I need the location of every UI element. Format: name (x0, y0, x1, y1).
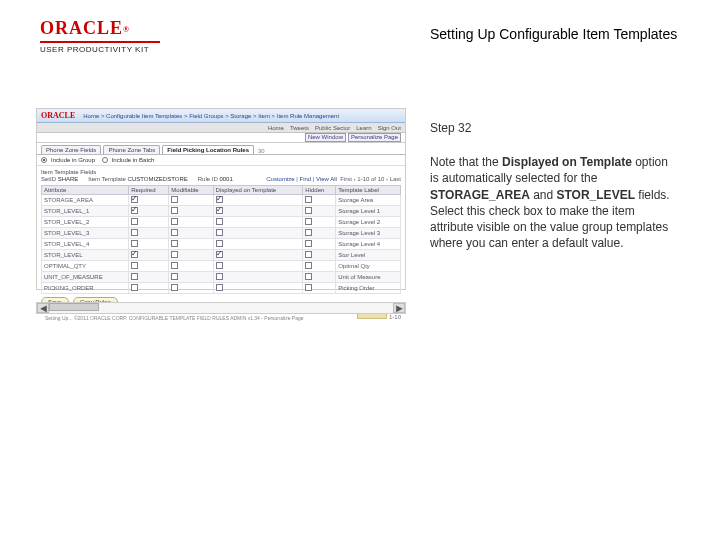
cell-attribute: STOR_LEVEL (42, 250, 129, 261)
cell-required-checkbox[interactable] (131, 262, 138, 269)
nav-signout[interactable]: Sign Out (378, 125, 401, 131)
cell-template-label: Storage Level 4 (336, 239, 401, 250)
radio-include-batch[interactable] (102, 157, 108, 163)
cell-modifiable-checkbox[interactable] (171, 273, 178, 280)
cell-template-label: Storage Level 2 (336, 217, 401, 228)
cell-required (129, 239, 169, 250)
app-screenshot: ORACLE Home > Configurable Item Template… (36, 108, 406, 290)
cell-modifiable-checkbox[interactable] (171, 284, 178, 291)
footer-tiny-text: Setting Up... ©2011 ORACLE CORP. CONFIGU… (41, 313, 308, 323)
cell-required-checkbox[interactable] (131, 218, 138, 225)
cell-modifiable-checkbox[interactable] (171, 196, 178, 203)
cell-hidden-checkbox[interactable] (305, 262, 312, 269)
table-row: STOR_LEVEL_4Storage Level 4 (42, 239, 401, 250)
link-customize[interactable]: Customize (266, 176, 294, 182)
tab-field-picking-rules[interactable]: Field Picking Location Rules (162, 145, 254, 154)
cell-required-checkbox[interactable] (131, 284, 138, 291)
cell-required-checkbox[interactable] (131, 207, 138, 214)
scroll-track[interactable] (49, 303, 393, 313)
cell-modifiable (169, 272, 213, 283)
cell-required-checkbox[interactable] (131, 196, 138, 203)
cell-required-checkbox[interactable] (131, 251, 138, 258)
radio-include-group[interactable] (41, 157, 47, 163)
cell-modifiable (169, 250, 213, 261)
cell-required-checkbox[interactable] (131, 240, 138, 247)
tab-phone-zone-fields[interactable]: Phone Zone Fields (41, 145, 101, 154)
scroll-left-icon[interactable]: ◄ (37, 303, 49, 313)
link-new-window[interactable]: New Window (305, 133, 346, 142)
cell-displayed-checkbox[interactable] (216, 240, 223, 247)
cell-modifiable-checkbox[interactable] (171, 240, 178, 247)
cell-modifiable-checkbox[interactable] (171, 218, 178, 225)
cell-template-label: Storage Area (336, 195, 401, 206)
cell-displayed-checkbox[interactable] (216, 262, 223, 269)
lbl-rule-id: Rule ID (198, 176, 218, 182)
nav-learn[interactable]: Learn (356, 125, 371, 131)
link-find[interactable]: Find (299, 176, 311, 182)
app-header: ORACLE Home > Configurable Item Template… (37, 109, 405, 123)
cell-required-checkbox[interactable] (131, 273, 138, 280)
val-setid: SHARE (58, 176, 79, 182)
col-template-label[interactable]: Template Label (336, 186, 401, 195)
oracle-logo: ORACLE® (40, 18, 160, 39)
cell-hidden-checkbox[interactable] (305, 273, 312, 280)
table-row: STOR_LEVEL_2Storage Level 2 (42, 217, 401, 228)
link-view-all[interactable]: View All (316, 176, 337, 182)
cell-template-label: Optimal Qty (336, 261, 401, 272)
breadcrumb[interactable]: Home > Configurable Item Templates > Fie… (83, 113, 339, 119)
cell-required (129, 272, 169, 283)
cell-hidden-checkbox[interactable] (305, 229, 312, 236)
cell-hidden-checkbox[interactable] (305, 240, 312, 247)
link-personalize[interactable]: Personalize Page (348, 133, 401, 142)
cell-hidden-checkbox[interactable] (305, 196, 312, 203)
scroll-thumb[interactable] (49, 303, 99, 311)
table-row: STORAGE_AREAStorage Area (42, 195, 401, 206)
cell-displayed-checkbox[interactable] (216, 251, 223, 258)
cell-modifiable-checkbox[interactable] (171, 207, 178, 214)
cell-displayed-checkbox[interactable] (216, 229, 223, 236)
cell-attribute: STOR_LEVEL_2 (42, 217, 129, 228)
col-hidden[interactable]: Hidden (303, 186, 336, 195)
cell-hidden-checkbox[interactable] (305, 251, 312, 258)
cell-displayed-checkbox[interactable] (216, 273, 223, 280)
cell-modifiable (169, 239, 213, 250)
cell-template-label: Storage Level 3 (336, 228, 401, 239)
cell-hidden-checkbox[interactable] (305, 207, 312, 214)
table-row: PICKING_ORDERPicking Order (42, 283, 401, 294)
horizontal-scrollbar[interactable]: ◄ ► (36, 302, 406, 314)
cell-displayed-checkbox[interactable] (216, 218, 223, 225)
cell-displayed-checkbox[interactable] (216, 207, 223, 214)
section-title: Item Template Fields (37, 166, 405, 176)
sub-nav: New Window Personalize Page (37, 133, 405, 143)
cell-hidden-checkbox[interactable] (305, 218, 312, 225)
cell-attribute: OPTIMAL_QTY (42, 261, 129, 272)
cell-modifiable (169, 228, 213, 239)
cell-displayed-checkbox[interactable] (216, 284, 223, 291)
cell-hidden-checkbox[interactable] (305, 284, 312, 291)
pager-range[interactable]: First ‹ 1-10 of 10 › Last (340, 176, 401, 182)
cell-modifiable-checkbox[interactable] (171, 251, 178, 258)
nav-tweets[interactable]: Tweets (290, 125, 309, 131)
lbl-setid: SetID (41, 176, 56, 182)
step-label: Step 32 (430, 120, 670, 136)
col-attribute[interactable]: Attribute (42, 186, 129, 195)
tab-phone-zone-tabs[interactable]: Phone Zone Tabs (103, 145, 160, 154)
cell-required-checkbox[interactable] (131, 229, 138, 236)
scroll-right-icon[interactable]: ► (393, 303, 405, 313)
nav-public[interactable]: Public Sector (315, 125, 350, 131)
brand-block: ORACLE® USER PRODUCTIVITY KIT (40, 18, 160, 54)
table-row: OPTIMAL_QTYOptimal Qty (42, 261, 401, 272)
pager-count: 1-10 (389, 314, 401, 320)
cell-displayed-checkbox[interactable] (216, 196, 223, 203)
cell-required (129, 228, 169, 239)
attributes-table: Attribute Required Modifiable Displayed … (41, 185, 401, 294)
tab-extra-badge: 30 (258, 148, 265, 154)
col-modifiable[interactable]: Modifiable (169, 186, 213, 195)
nav-home[interactable]: Home (268, 125, 284, 131)
pager-scrub[interactable] (357, 313, 387, 319)
cell-template-label: Stor Level (336, 250, 401, 261)
cell-modifiable-checkbox[interactable] (171, 262, 178, 269)
cell-modifiable-checkbox[interactable] (171, 229, 178, 236)
col-displayed[interactable]: Displayed on Template (213, 186, 303, 195)
instruction-text: Note that the Displayed on Template opti… (430, 154, 670, 251)
